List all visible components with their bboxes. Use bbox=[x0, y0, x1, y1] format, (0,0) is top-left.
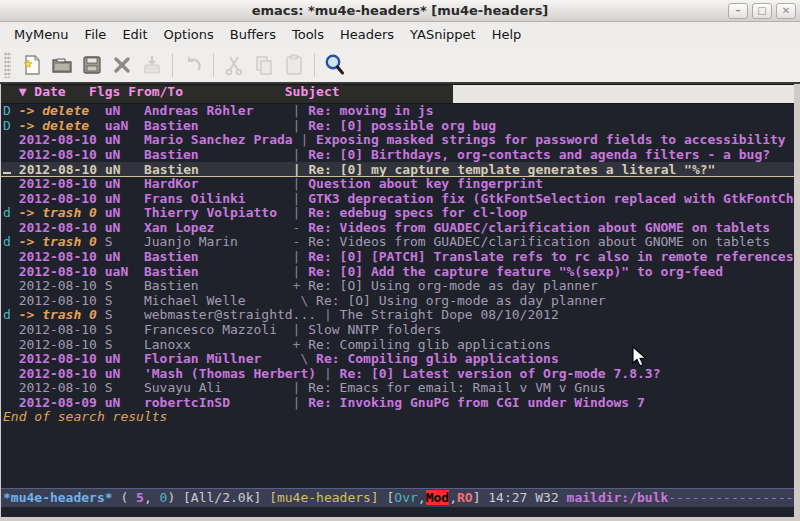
end-of-search-results: End of search results bbox=[1, 410, 794, 425]
search-icon[interactable] bbox=[320, 50, 350, 80]
toolbar-separator bbox=[172, 53, 173, 77]
modeline-segment: , bbox=[449, 490, 457, 505]
message-row[interactable]: 2012-08-10 uN 'Mash (Thomas Herbert) | R… bbox=[1, 367, 794, 382]
modeline-segment: *mu4e-headers* bbox=[3, 490, 113, 505]
undo-icon bbox=[178, 50, 208, 80]
modeline-segment: 14:27 W32 bbox=[488, 490, 566, 505]
message-row[interactable]: d -> trash 0 uN Thierry Volpiatto | Re: … bbox=[1, 206, 794, 221]
menu-item-file[interactable]: File bbox=[77, 24, 115, 45]
minimize-button[interactable]: – bbox=[728, 3, 748, 19]
message-row[interactable]: 2012-08-10 uaN Bastien | Re: [0] Add the… bbox=[1, 265, 794, 280]
close-button[interactable]: ✕ bbox=[776, 3, 796, 19]
mu4e-headers-buffer: ▼ Date Flgs From/To Subject D -> delete … bbox=[1, 84, 794, 517]
modeline-segment: ] bbox=[473, 490, 489, 505]
modeline-segment: [ bbox=[379, 490, 395, 505]
message-row[interactable]: 2012-08-10 S Lanoxx + Re: Compiling glib… bbox=[1, 338, 794, 353]
new-file-icon[interactable] bbox=[17, 50, 47, 80]
mode-line[interactable]: *mu4e-headers* ( 5, 0) [All/2.0k] [mu4e-… bbox=[1, 488, 794, 508]
message-row[interactable]: d -> trash 0 S webmaster@straightd... | … bbox=[1, 308, 794, 323]
modeline-segment: -------------------------------- bbox=[668, 490, 794, 505]
save-icon[interactable] bbox=[77, 50, 107, 80]
modeline-segment: [mu4e-headers] bbox=[269, 490, 379, 505]
message-row[interactable]: 2012-08-09 uN robertcInSD | Re: Invoking… bbox=[1, 396, 794, 411]
message-row[interactable]: 2012-08-10 S Suvayu Ali | Re: Emacs for … bbox=[1, 381, 794, 396]
mouse-cursor bbox=[632, 346, 648, 372]
echo-area[interactable] bbox=[1, 508, 794, 517]
message-row[interactable]: 2012-08-10 uN HardKor | Question about k… bbox=[1, 177, 794, 192]
modeline-segment: [All/2.0k] bbox=[183, 490, 269, 505]
open-folder-icon[interactable] bbox=[47, 50, 77, 80]
modeline-segment: Ovr bbox=[394, 490, 417, 505]
toolbar-drag-handle[interactable] bbox=[4, 52, 11, 78]
message-row[interactable]: 2012-08-10 S Bastien + Re: [O] Using org… bbox=[1, 279, 794, 294]
menu-item-help[interactable]: Help bbox=[484, 24, 530, 45]
modeline-segment: maildir:/bulk bbox=[567, 490, 669, 505]
message-row[interactable]: 2012-08-10 uN Mario Sanchez Prada | Expo… bbox=[1, 133, 794, 148]
modeline-segment: Mod bbox=[426, 490, 449, 505]
headers-column-header[interactable]: ▼ Date Flgs From/To Subject bbox=[1, 84, 794, 104]
frame-border-bottom bbox=[0, 517, 800, 521]
paste-icon bbox=[279, 50, 309, 80]
message-row[interactable]: 2012-08-10 uN Bastien | Re: [0] [PATCH] … bbox=[1, 250, 794, 265]
copy-icon bbox=[249, 50, 279, 80]
message-row[interactable]: 2012-08-10 uN Bastien | Re: [0] Birthday… bbox=[1, 148, 794, 163]
title-bar[interactable]: emacs: *mu4e-headers* [mu4e-headers] – □… bbox=[0, 0, 800, 22]
menu-item-mymenu[interactable]: MyMenu bbox=[6, 24, 77, 45]
toolbar-separator bbox=[314, 53, 315, 77]
frame-border-right bbox=[794, 84, 800, 517]
menu-item-options[interactable]: Options bbox=[156, 24, 222, 45]
tool-bar bbox=[0, 47, 800, 84]
message-row[interactable]: D -> delete uaN Bastien | Re: [0] possib… bbox=[1, 119, 794, 134]
message-list: D -> delete uN Andreas Röhler | Re: movi… bbox=[1, 104, 794, 425]
close-buffer-icon[interactable] bbox=[107, 50, 137, 80]
text-cursor bbox=[3, 162, 11, 174]
message-row[interactable]: d -> trash 0 S Juanjo Marin - Re: Videos… bbox=[1, 235, 794, 250]
message-row[interactable]: 2012-08-10 S Michael Welle \ Re: [O] Usi… bbox=[1, 294, 794, 309]
message-row[interactable]: 2012-08-10 S Francesco Mazzoli | Slow NN… bbox=[1, 323, 794, 338]
menu-item-buffers[interactable]: Buffers bbox=[222, 24, 284, 45]
save-as-icon bbox=[137, 50, 167, 80]
modeline-segment: ) bbox=[167, 490, 183, 505]
cut-icon bbox=[219, 50, 249, 80]
toolbar-separator bbox=[213, 53, 214, 77]
maximize-button[interactable]: □ bbox=[752, 3, 772, 19]
message-row[interactable]: D -> delete uN Andreas Röhler | Re: movi… bbox=[1, 104, 794, 119]
column-header-text: ▼ Date Flgs From/To Subject bbox=[1, 85, 453, 103]
message-row[interactable]: 2012-08-10 uN Frans Oilinki | GTK3 depre… bbox=[1, 192, 794, 207]
modeline-segment: RO bbox=[457, 490, 473, 505]
message-row[interactable]: 2012-08-10 uN Florian Müllner \ Re: Comp… bbox=[1, 352, 794, 367]
menu-item-tools[interactable]: Tools bbox=[284, 24, 332, 45]
modeline-segment: 5 bbox=[136, 490, 144, 505]
message-row[interactable]: 2012-08-10 uN Xan Lopez - Re: Videos fro… bbox=[1, 221, 794, 236]
menu-item-headers[interactable]: Headers bbox=[332, 24, 402, 45]
modeline-segment: , bbox=[144, 490, 160, 505]
menu-item-yasnippet[interactable]: YASnippet bbox=[402, 24, 484, 45]
modeline-segment: , bbox=[418, 490, 426, 505]
menu-bar: MyMenuFileEditOptionsBuffersToolsHeaders… bbox=[0, 22, 800, 47]
menu-item-edit[interactable]: Edit bbox=[114, 24, 155, 45]
message-row[interactable]: 2012-08-10 uN Bastien | Re: [0] my captu… bbox=[1, 162, 794, 177]
window-title: emacs: *mu4e-headers* [mu4e-headers] bbox=[252, 3, 549, 18]
modeline-segment: ( bbox=[113, 490, 136, 505]
